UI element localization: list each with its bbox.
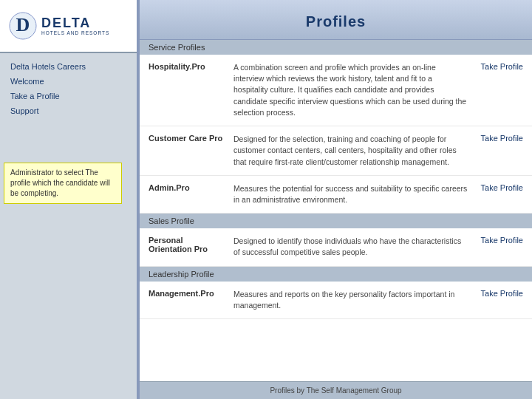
main-footer: Profiles by The Self Management Group xyxy=(140,381,532,399)
profile-name-personal-orientation: Personal Orientation Pro xyxy=(149,236,233,253)
profile-name-management: Management.Pro xyxy=(149,289,233,298)
take-profile-link-admin[interactable]: Take Profile xyxy=(468,183,523,192)
profile-desc-hospitality: A combination screen and profile which p… xyxy=(233,62,468,118)
main-body: Service Profiles Hospitality.Pro A combi… xyxy=(140,40,532,381)
profile-desc-management: Measures and reports on the key personal… xyxy=(233,289,468,311)
page-title: Profiles xyxy=(306,13,366,30)
profile-row-personal-orientation: Personal Orientation Pro Designed to ide… xyxy=(140,228,532,266)
profile-name-hospitality: Hospitality.Pro xyxy=(149,62,233,71)
profile-desc-admin: Measures the potential for success and s… xyxy=(233,183,468,205)
svg-text:D: D xyxy=(16,14,30,35)
delta-d-icon: D xyxy=(9,12,37,40)
footer-text: Profiles by The Self Management Group xyxy=(270,386,401,395)
profile-row-management: Management.Pro Measures and reports on t… xyxy=(140,282,532,319)
profile-row-hospitality: Hospitality.Pro A combination screen and… xyxy=(140,55,532,126)
logo-area: D DELTA HOTELS AND RESORTS xyxy=(0,0,137,53)
sidebar: D DELTA HOTELS AND RESORTS Delta Hotels … xyxy=(0,0,137,399)
section-header-sales: Sales Profile xyxy=(140,214,532,228)
sidebar-nav: Delta Hotels Careers Welcome Take a Prof… xyxy=(0,53,137,399)
sidebar-item-take-profile[interactable]: Take a Profile xyxy=(0,89,137,103)
logo-container: D DELTA HOTELS AND RESORTS xyxy=(9,12,109,41)
main-header: Profiles xyxy=(140,0,532,40)
profile-row-customer-care: Customer Care Pro Designed for the selec… xyxy=(140,126,532,176)
profile-desc-customer-care: Designed for the selection, training and… xyxy=(233,134,468,168)
profile-desc-personal-orientation: Designed to identify those individuals w… xyxy=(233,236,468,258)
profile-name-customer-care: Customer Care Pro xyxy=(149,134,233,143)
take-profile-link-customer-care[interactable]: Take Profile xyxy=(468,134,523,143)
take-profile-link-hospitality[interactable]: Take Profile xyxy=(468,62,523,71)
sidebar-item-support[interactable]: Support xyxy=(0,103,137,118)
profile-name-admin: Admin.Pro xyxy=(149,183,233,192)
take-profile-link-management[interactable]: Take Profile xyxy=(468,289,523,298)
sidebar-item-careers[interactable]: Delta Hotels Careers xyxy=(0,59,137,74)
tooltip: Administrator to select The profile whic… xyxy=(4,163,122,204)
logo-icon: D DELTA HOTELS AND RESORTS xyxy=(9,12,109,40)
take-profile-link-personal-orientation[interactable]: Take Profile xyxy=(468,236,523,245)
sidebar-item-welcome[interactable]: Welcome xyxy=(0,74,137,89)
brand-subtitle: HOTELS AND RESORTS xyxy=(41,30,109,36)
brand-title: DELTA xyxy=(41,16,109,30)
main-content: Profiles Service Profiles Hospitality.Pr… xyxy=(140,0,532,399)
section-header-service: Service Profiles xyxy=(140,40,532,55)
tooltip-text: Administrator to select The profile whic… xyxy=(10,168,110,197)
delta-text: DELTA HOTELS AND RESORTS xyxy=(41,16,109,36)
section-header-leadership: Leadership Profile xyxy=(140,267,532,282)
profile-row-admin: Admin.Pro Measures the potential for suc… xyxy=(140,176,532,214)
